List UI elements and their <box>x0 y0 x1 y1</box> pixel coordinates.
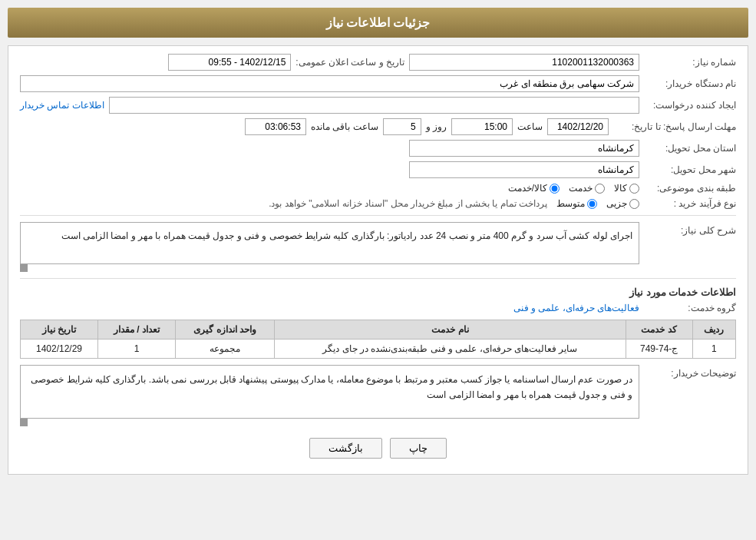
deadline-label: مهلت ارسال پاسخ: تا تاریخ: <box>613 121 736 132</box>
category-radio-khadamat[interactable]: خدمت <box>569 183 605 194</box>
category-radio-kala[interactable]: کالا <box>614 183 639 194</box>
deadline-time-input[interactable] <box>451 118 513 135</box>
services-table-wrapper: ردیف کد خدمت نام خدمت واحد اندازه گیری ت… <box>20 320 736 359</box>
col-header-unit: واحد اندازه گیری <box>175 320 274 340</box>
buyer-desc-resize[interactable] <box>20 419 28 426</box>
contact-info-link[interactable]: اطلاعات تماس خریدار <box>20 100 104 111</box>
category-radio-both[interactable]: کالا/خدمت <box>508 183 560 194</box>
table-cell: مجموعه <box>175 340 274 359</box>
purchase-note: پرداخت تمام یا بخشی از مبلغ خریدار محل "… <box>269 198 547 209</box>
announce-date-label: تاریخ و ساعت اعلان عمومی: <box>295 57 404 68</box>
col-header-row: ردیف <box>692 320 735 340</box>
category-radio-kala-input[interactable] <box>629 184 639 194</box>
need-number-label: شماره نیاز: <box>644 57 736 68</box>
city-input[interactable] <box>409 161 639 178</box>
table-cell: 1 <box>98 340 176 359</box>
service-group-link[interactable]: فعالیت‌های حرفه‌ای، علمی و فنی <box>513 303 639 313</box>
remaining-time-input[interactable] <box>245 118 306 135</box>
col-header-qty: تعداد / مقدار <box>98 320 176 340</box>
buyer-org-label: نام دستگاه خریدار: <box>644 78 736 89</box>
purchase-type-label: نوع فرآیند خرید : <box>644 198 736 209</box>
table-cell: 1 <box>692 340 735 359</box>
print-button[interactable]: چاپ <box>390 438 447 459</box>
table-cell: سایر فعالیت‌های حرفه‌ای، علمی و فنی طبقه… <box>275 340 626 359</box>
category-label: طبقه بندی موضوعی: <box>644 183 736 194</box>
category-radio-group: کالا خدمت کالا/خدمت <box>508 183 639 194</box>
requester-label: ایجاد کننده درخواست: <box>644 100 736 111</box>
purchase-radio-jozii-input[interactable] <box>629 199 639 209</box>
time-label: ساعت <box>517 121 543 132</box>
need-number-input[interactable] <box>409 54 639 71</box>
province-input[interactable] <box>409 140 639 157</box>
table-cell: ج-74-749 <box>626 340 692 359</box>
requester-input[interactable] <box>109 97 639 114</box>
table-row: 1ج-74-749سایر فعالیت‌های حرفه‌ای، علمی و… <box>21 340 736 359</box>
service-group-label: گروه خدمت: <box>644 303 736 313</box>
purchase-type-radio-group: جزیی متوسط پرداخت تمام یا بخشی از مبلغ خ… <box>269 198 639 209</box>
buyer-desc-box: در صورت عدم ارسال اساسنامه یا جواز کسب م… <box>20 365 639 419</box>
purchase-radio-jozii[interactable]: جزیی <box>606 198 639 209</box>
days-label: روز و <box>426 121 447 132</box>
need-desc-label: شرح کلی نیاز: <box>644 222 736 236</box>
page-title: جزئیات اطلاعات نیاز <box>8 8 748 38</box>
city-label: شهر محل تحویل: <box>644 164 736 175</box>
province-label: استان محل تحویل: <box>644 143 736 154</box>
deadline-date-input[interactable] <box>547 118 609 135</box>
category-radio-both-input[interactable] <box>550 184 560 194</box>
buyer-desc-label: توضیحات خریدار: <box>644 365 736 379</box>
col-header-name: نام خدمت <box>275 320 626 340</box>
buyer-org-input[interactable] <box>20 75 639 92</box>
back-button[interactable]: بازگشت <box>309 438 382 459</box>
purchase-radio-motavasset[interactable]: متوسط <box>556 198 597 209</box>
services-table: ردیف کد خدمت نام خدمت واحد اندازه گیری ت… <box>20 320 736 359</box>
services-section-title: اطلاعات خدمات مورد نیاز <box>20 287 736 298</box>
table-cell: 1402/12/29 <box>21 340 98 359</box>
resize-handle[interactable] <box>20 264 28 272</box>
purchase-radio-motavasset-input[interactable] <box>587 199 597 209</box>
bottom-buttons: چاپ بازگشت <box>20 438 736 466</box>
days-input[interactable] <box>383 118 421 135</box>
col-header-date: تاریخ نیاز <box>21 320 98 340</box>
category-radio-khadamat-input[interactable] <box>595 184 605 194</box>
col-header-code: کد خدمت <box>626 320 692 340</box>
announce-date-input[interactable] <box>168 54 291 71</box>
need-desc-box: اجرای لوله کشی آب سرد و گرم 400 متر و نص… <box>20 222 639 264</box>
remaining-label: ساعت باقی مانده <box>311 121 378 132</box>
